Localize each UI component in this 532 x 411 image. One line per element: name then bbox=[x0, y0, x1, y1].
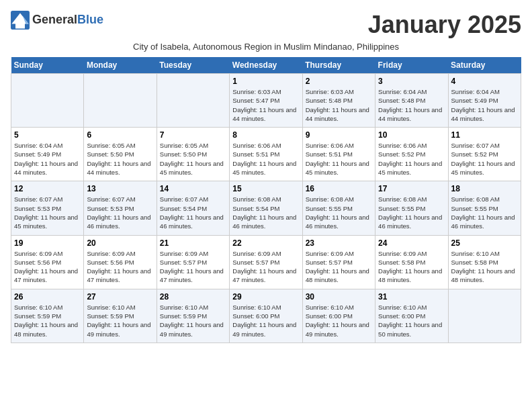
day-number: 20 bbox=[87, 238, 153, 248]
day-number: 28 bbox=[160, 292, 226, 302]
day-info: Sunrise: 6:05 AMSunset: 5:50 PMDaylight:… bbox=[160, 141, 226, 177]
calendar-week-2: 5Sunrise: 6:04 AMSunset: 5:49 PMDaylight… bbox=[11, 128, 521, 181]
day-number: 1 bbox=[232, 77, 299, 86]
day-info: Sunrise: 6:03 AMSunset: 5:48 PMDaylight:… bbox=[306, 87, 372, 123]
calendar-cell: 1Sunrise: 6:03 AMSunset: 5:47 PMDaylight… bbox=[230, 74, 302, 128]
day-number: 11 bbox=[451, 130, 518, 140]
day-number: 24 bbox=[378, 238, 445, 248]
weekday-header-monday: Monday bbox=[84, 57, 157, 74]
day-info: Sunrise: 6:05 AMSunset: 5:50 PMDaylight:… bbox=[87, 141, 153, 177]
day-number: 18 bbox=[451, 184, 518, 193]
day-info: Sunrise: 6:10 AMSunset: 6:00 PMDaylight:… bbox=[306, 303, 372, 338]
calendar-cell: 7Sunrise: 6:05 AMSunset: 5:50 PMDaylight… bbox=[157, 128, 229, 181]
day-info: Sunrise: 6:09 AMSunset: 5:57 PMDaylight:… bbox=[306, 249, 372, 285]
day-info: Sunrise: 6:10 AMSunset: 6:00 PMDaylight:… bbox=[232, 303, 299, 338]
day-number: 14 bbox=[160, 184, 226, 193]
day-info: Sunrise: 6:08 AMSunset: 5:55 PMDaylight:… bbox=[378, 195, 445, 230]
day-info: Sunrise: 6:10 AMSunset: 6:00 PMDaylight:… bbox=[378, 303, 445, 338]
calendar-cell: 13Sunrise: 6:07 AMSunset: 5:53 PMDayligh… bbox=[84, 181, 157, 235]
day-number: 31 bbox=[378, 292, 445, 302]
calendar-cell bbox=[448, 289, 521, 342]
day-info: Sunrise: 6:04 AMSunset: 5:48 PMDaylight:… bbox=[378, 87, 445, 123]
day-number: 30 bbox=[306, 292, 372, 302]
calendar-cell: 18Sunrise: 6:08 AMSunset: 5:55 PMDayligh… bbox=[448, 181, 521, 235]
day-number: 9 bbox=[306, 130, 372, 140]
calendar-cell: 14Sunrise: 6:07 AMSunset: 5:54 PMDayligh… bbox=[157, 181, 229, 235]
day-info: Sunrise: 6:07 AMSunset: 5:53 PMDaylight:… bbox=[87, 195, 153, 230]
logo: GeneralBlue bbox=[11, 11, 103, 30]
day-number: 29 bbox=[232, 292, 299, 302]
calendar-cell: 12Sunrise: 6:07 AMSunset: 5:53 PMDayligh… bbox=[11, 181, 84, 235]
day-info: Sunrise: 6:07 AMSunset: 5:52 PMDaylight:… bbox=[451, 141, 518, 177]
day-number: 7 bbox=[160, 130, 226, 140]
calendar-cell: 17Sunrise: 6:08 AMSunset: 5:55 PMDayligh… bbox=[375, 181, 448, 235]
day-info: Sunrise: 6:10 AMSunset: 5:59 PMDaylight:… bbox=[14, 303, 81, 338]
day-info: Sunrise: 6:03 AMSunset: 5:47 PMDaylight:… bbox=[232, 87, 299, 123]
day-number: 3 bbox=[378, 77, 445, 86]
weekday-header-wednesday: Wednesday bbox=[230, 57, 302, 74]
calendar-cell: 22Sunrise: 6:09 AMSunset: 5:57 PMDayligh… bbox=[230, 235, 302, 289]
day-number: 25 bbox=[451, 238, 518, 248]
calendar-cell: 29Sunrise: 6:10 AMSunset: 6:00 PMDayligh… bbox=[230, 289, 302, 342]
calendar-cell: 31Sunrise: 6:10 AMSunset: 6:00 PMDayligh… bbox=[375, 289, 448, 342]
weekday-header-thursday: Thursday bbox=[302, 57, 375, 74]
calendar-week-3: 12Sunrise: 6:07 AMSunset: 5:53 PMDayligh… bbox=[11, 181, 521, 235]
calendar-cell: 26Sunrise: 6:10 AMSunset: 5:59 PMDayligh… bbox=[11, 289, 84, 342]
weekday-header-saturday: Saturday bbox=[448, 57, 521, 74]
calendar-cell bbox=[84, 74, 157, 128]
logo-blue-text: Blue bbox=[77, 13, 103, 26]
logo-general-text: General bbox=[32, 13, 77, 26]
day-info: Sunrise: 6:08 AMSunset: 5:55 PMDaylight:… bbox=[451, 195, 518, 230]
weekday-header-sunday: Sunday bbox=[11, 57, 84, 74]
calendar-cell: 11Sunrise: 6:07 AMSunset: 5:52 PMDayligh… bbox=[448, 128, 521, 181]
day-number: 22 bbox=[232, 238, 299, 248]
day-number: 4 bbox=[451, 77, 518, 86]
calendar-cell: 24Sunrise: 6:09 AMSunset: 5:58 PMDayligh… bbox=[375, 235, 448, 289]
calendar-cell: 9Sunrise: 6:06 AMSunset: 5:51 PMDaylight… bbox=[302, 128, 375, 181]
calendar-cell: 28Sunrise: 6:10 AMSunset: 5:59 PMDayligh… bbox=[157, 289, 229, 342]
calendar-cell: 2Sunrise: 6:03 AMSunset: 5:48 PMDaylight… bbox=[302, 74, 375, 128]
day-number: 10 bbox=[378, 130, 445, 140]
weekday-header-tuesday: Tuesday bbox=[157, 57, 229, 74]
day-number: 27 bbox=[87, 292, 153, 302]
day-info: Sunrise: 6:06 AMSunset: 5:51 PMDaylight:… bbox=[232, 141, 299, 177]
subtitle: City of Isabela, Autonomous Region in Mu… bbox=[11, 42, 521, 52]
day-number: 19 bbox=[14, 238, 81, 248]
day-info: Sunrise: 6:07 AMSunset: 5:53 PMDaylight:… bbox=[14, 195, 81, 230]
day-info: Sunrise: 6:09 AMSunset: 5:58 PMDaylight:… bbox=[378, 249, 445, 285]
day-info: Sunrise: 6:06 AMSunset: 5:52 PMDaylight:… bbox=[378, 141, 445, 177]
calendar-table: SundayMondayTuesdayWednesdayThursdayFrid… bbox=[11, 57, 521, 343]
day-number: 8 bbox=[232, 130, 299, 140]
calendar-cell: 3Sunrise: 6:04 AMSunset: 5:48 PMDaylight… bbox=[375, 74, 448, 128]
calendar-cell bbox=[157, 74, 229, 128]
calendar-week-5: 26Sunrise: 6:10 AMSunset: 5:59 PMDayligh… bbox=[11, 289, 521, 342]
calendar-cell: 8Sunrise: 6:06 AMSunset: 5:51 PMDaylight… bbox=[230, 128, 302, 181]
calendar-cell: 20Sunrise: 6:09 AMSunset: 5:56 PMDayligh… bbox=[84, 235, 157, 289]
day-info: Sunrise: 6:04 AMSunset: 5:49 PMDaylight:… bbox=[451, 87, 518, 123]
calendar-cell: 5Sunrise: 6:04 AMSunset: 5:49 PMDaylight… bbox=[11, 128, 84, 181]
day-number: 15 bbox=[232, 184, 299, 193]
logo-text: GeneralBlue bbox=[32, 13, 103, 27]
calendar-cell: 16Sunrise: 6:08 AMSunset: 5:55 PMDayligh… bbox=[302, 181, 375, 235]
calendar-cell: 15Sunrise: 6:08 AMSunset: 5:54 PMDayligh… bbox=[230, 181, 302, 235]
calendar-cell: 21Sunrise: 6:09 AMSunset: 5:57 PMDayligh… bbox=[157, 235, 229, 289]
day-number: 23 bbox=[306, 238, 372, 248]
calendar-cell: 19Sunrise: 6:09 AMSunset: 5:56 PMDayligh… bbox=[11, 235, 84, 289]
day-info: Sunrise: 6:06 AMSunset: 5:51 PMDaylight:… bbox=[306, 141, 372, 177]
day-info: Sunrise: 6:10 AMSunset: 5:58 PMDaylight:… bbox=[451, 249, 518, 285]
day-info: Sunrise: 6:08 AMSunset: 5:55 PMDaylight:… bbox=[306, 195, 372, 230]
day-info: Sunrise: 6:09 AMSunset: 5:57 PMDaylight:… bbox=[160, 249, 226, 285]
day-number: 13 bbox=[87, 184, 153, 193]
day-number: 21 bbox=[160, 238, 226, 248]
day-info: Sunrise: 6:07 AMSunset: 5:54 PMDaylight:… bbox=[160, 195, 226, 230]
day-info: Sunrise: 6:09 AMSunset: 5:56 PMDaylight:… bbox=[14, 249, 81, 285]
day-info: Sunrise: 6:09 AMSunset: 5:57 PMDaylight:… bbox=[232, 249, 299, 285]
day-number: 12 bbox=[14, 184, 81, 193]
calendar-cell: 6Sunrise: 6:05 AMSunset: 5:50 PMDaylight… bbox=[84, 128, 157, 181]
day-number: 26 bbox=[14, 292, 81, 302]
day-info: Sunrise: 6:09 AMSunset: 5:56 PMDaylight:… bbox=[87, 249, 153, 285]
day-info: Sunrise: 6:10 AMSunset: 5:59 PMDaylight:… bbox=[87, 303, 153, 338]
day-number: 16 bbox=[306, 184, 372, 193]
day-info: Sunrise: 6:10 AMSunset: 5:59 PMDaylight:… bbox=[160, 303, 226, 338]
day-info: Sunrise: 6:08 AMSunset: 5:54 PMDaylight:… bbox=[232, 195, 299, 230]
